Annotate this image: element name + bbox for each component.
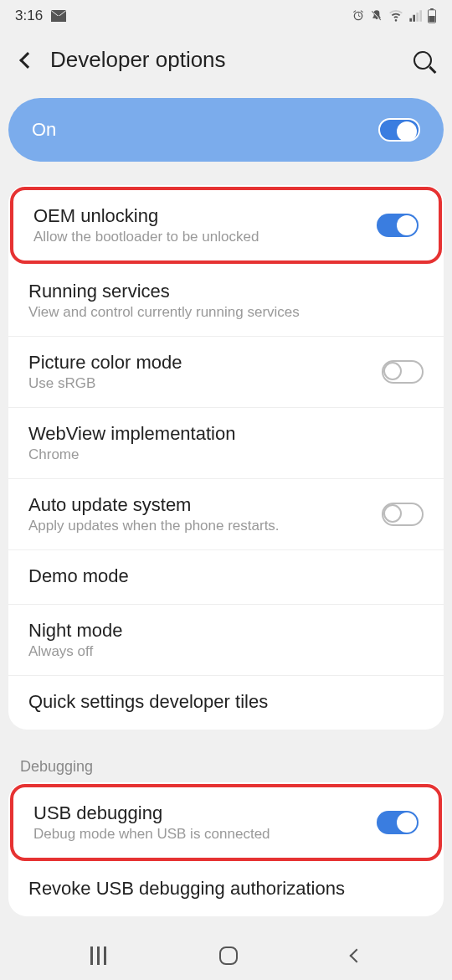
item-title: Quick settings developer tiles (28, 691, 424, 713)
setting-item[interactable]: Night modeAlways off (8, 605, 444, 676)
item-subtitle: Chrome (28, 446, 424, 463)
status-time: 3:16 (15, 8, 43, 24)
svg-rect-1 (430, 8, 434, 10)
navigation-bar (0, 931, 452, 980)
toggle-switch[interactable] (382, 503, 424, 526)
battery-icon (427, 8, 437, 23)
status-bar: 3:16 (0, 0, 452, 30)
settings-card: USB debuggingDebug mode when USB is conn… (8, 782, 444, 916)
master-toggle-label: On (32, 119, 56, 141)
setting-item[interactable]: Picture color modeUse sRGB (8, 337, 444, 408)
item-text: Demo mode (28, 565, 424, 589)
setting-item[interactable]: OEM unlockingAllow the bootloader to be … (10, 187, 442, 264)
setting-item[interactable]: Running servicesView and control current… (8, 266, 444, 337)
item-text: Running servicesView and control current… (28, 281, 424, 321)
item-text: Quick settings developer tiles (28, 691, 424, 714)
alarm-icon (352, 9, 365, 23)
item-subtitle: Allow the bootloader to be unlocked (33, 229, 377, 245)
section-header: Debugging (0, 743, 452, 782)
item-title: USB debugging (33, 802, 377, 824)
item-title: OEM unlocking (33, 205, 377, 227)
setting-item[interactable]: Quick settings developer tiles (8, 676, 444, 730)
item-text: Picture color modeUse sRGB (28, 352, 382, 392)
toggle-switch[interactable] (377, 214, 419, 237)
search-icon (413, 51, 432, 70)
item-title: Demo mode (28, 565, 424, 587)
item-text: USB debuggingDebug mode when USB is conn… (33, 802, 377, 843)
chevron-left-icon (19, 52, 36, 69)
settings-card: OEM unlockingAllow the bootloader to be … (8, 185, 444, 730)
item-title: Running services (28, 281, 424, 302)
toggle-switch[interactable] (382, 360, 424, 384)
item-title: Revoke USB debugging authorizations (28, 878, 424, 900)
email-icon (51, 10, 66, 22)
setting-item[interactable]: WebView implementationChrome (8, 408, 444, 479)
back-button[interactable] (15, 54, 33, 66)
status-icons (352, 8, 437, 23)
master-toggle-row[interactable]: On (8, 98, 444, 162)
item-text: WebView implementationChrome (28, 423, 424, 463)
setting-item[interactable]: Demo mode (8, 550, 444, 605)
setting-item[interactable]: USB debuggingDebug mode when USB is conn… (10, 784, 442, 861)
item-text: Revoke USB debugging authorizations (28, 878, 424, 901)
item-subtitle: Always off (28, 643, 424, 660)
search-button[interactable] (413, 51, 437, 70)
setting-item[interactable]: Revoke USB debugging authorizations (8, 863, 444, 916)
wifi-icon (388, 9, 403, 23)
toggle-switch[interactable] (377, 811, 419, 834)
nav-home-button[interactable] (219, 946, 238, 965)
item-text: Night modeAlways off (28, 620, 424, 660)
chevron-left-icon (350, 949, 364, 963)
master-toggle-switch[interactable] (378, 118, 420, 142)
item-title: Auto update system (28, 494, 382, 516)
item-title: WebView implementation (28, 423, 424, 445)
app-header: Developer options (0, 30, 452, 96)
nav-back-button[interactable] (352, 951, 362, 961)
mute-icon (370, 9, 383, 23)
svg-rect-2 (429, 16, 434, 22)
item-subtitle: View and control currently running servi… (28, 304, 424, 321)
page-title: Developer options (50, 47, 397, 73)
item-subtitle: Debug mode when USB is connected (33, 826, 377, 843)
nav-recent-button[interactable] (90, 946, 106, 965)
item-text: OEM unlockingAllow the bootloader to be … (33, 205, 377, 245)
setting-item[interactable]: Auto update systemApply updates when the… (8, 479, 444, 550)
item-subtitle: Apply updates when the phone restarts. (28, 518, 382, 534)
item-subtitle: Use sRGB (28, 375, 382, 392)
signal-icon (408, 9, 422, 23)
item-title: Night mode (28, 620, 424, 642)
item-title: Picture color mode (28, 352, 382, 374)
item-text: Auto update systemApply updates when the… (28, 494, 382, 534)
